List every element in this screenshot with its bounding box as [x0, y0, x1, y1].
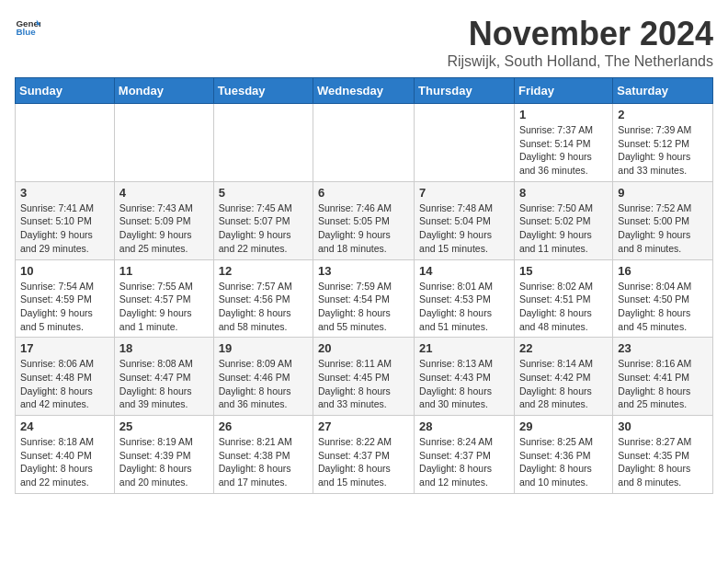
day-info: Sunrise: 8:04 AM Sunset: 4:50 PM Dayligh…: [618, 280, 708, 334]
location-title: Rijswijk, South Holland, The Netherlands: [447, 53, 713, 70]
day-info: Sunrise: 7:46 AM Sunset: 5:05 PM Dayligh…: [318, 201, 409, 256]
day-number: 8: [519, 186, 608, 200]
day-info: Sunrise: 8:21 AM Sunset: 4:38 PM Dayligh…: [219, 435, 308, 489]
calendar-day-cell: 27Sunrise: 8:22 AM Sunset: 4:37 PM Dayli…: [313, 416, 415, 494]
day-info: Sunrise: 7:41 AM Sunset: 5:10 PM Dayligh…: [20, 201, 109, 256]
calendar-day-cell: 19Sunrise: 8:09 AM Sunset: 4:46 PM Dayli…: [213, 338, 313, 416]
weekday-header-cell: Wednesday: [313, 78, 415, 104]
day-info: Sunrise: 8:11 AM Sunset: 4:45 PM Dayligh…: [318, 357, 409, 411]
day-info: Sunrise: 8:18 AM Sunset: 4:40 PM Dayligh…: [20, 435, 109, 489]
calendar-day-cell: 24Sunrise: 8:18 AM Sunset: 4:40 PM Dayli…: [16, 416, 115, 494]
weekday-header-cell: Thursday: [415, 78, 515, 104]
calendar-day-cell: 4Sunrise: 7:43 AM Sunset: 5:09 PM Daylig…: [114, 181, 213, 259]
day-number: 6: [318, 186, 409, 200]
calendar-day-cell: 21Sunrise: 8:13 AM Sunset: 4:43 PM Dayli…: [415, 338, 515, 416]
calendar-day-cell: 7Sunrise: 7:48 AM Sunset: 5:04 PM Daylig…: [415, 181, 515, 259]
day-number: 28: [419, 419, 509, 433]
calendar-day-cell: 12Sunrise: 7:57 AM Sunset: 4:56 PM Dayli…: [213, 259, 313, 338]
calendar-table: SundayMondayTuesdayWednesdayThursdayFrid…: [15, 77, 713, 494]
day-number: 15: [519, 264, 608, 278]
day-info: Sunrise: 7:57 AM Sunset: 4:56 PM Dayligh…: [219, 280, 308, 334]
calendar-day-cell: 11Sunrise: 7:55 AM Sunset: 4:57 PM Dayli…: [114, 259, 213, 338]
calendar-day-cell: 26Sunrise: 8:21 AM Sunset: 4:38 PM Dayli…: [213, 416, 313, 494]
calendar-day-cell: 16Sunrise: 8:04 AM Sunset: 4:50 PM Dayli…: [613, 259, 713, 338]
calendar-day-cell: 1Sunrise: 7:37 AM Sunset: 5:14 PM Daylig…: [514, 104, 612, 182]
day-info: Sunrise: 8:19 AM Sunset: 4:39 PM Dayligh…: [119, 435, 209, 489]
calendar-day-cell: [213, 104, 313, 182]
calendar-day-cell: 23Sunrise: 8:16 AM Sunset: 4:41 PM Dayli…: [613, 338, 713, 416]
calendar-day-cell: 29Sunrise: 8:25 AM Sunset: 4:36 PM Dayli…: [514, 416, 612, 494]
logo-icon: General Blue: [15, 15, 40, 40]
day-info: Sunrise: 8:09 AM Sunset: 4:46 PM Dayligh…: [219, 357, 308, 411]
day-number: 10: [20, 264, 109, 278]
day-number: 17: [20, 341, 109, 355]
calendar-day-cell: 6Sunrise: 7:46 AM Sunset: 5:05 PM Daylig…: [313, 181, 415, 259]
day-number: 21: [419, 341, 509, 355]
calendar-day-cell: 9Sunrise: 7:52 AM Sunset: 5:00 PM Daylig…: [613, 181, 713, 259]
calendar-day-cell: [16, 104, 115, 182]
day-info: Sunrise: 8:22 AM Sunset: 4:37 PM Dayligh…: [318, 435, 409, 489]
day-number: 19: [219, 341, 308, 355]
calendar-day-cell: [415, 104, 515, 182]
day-info: Sunrise: 8:16 AM Sunset: 4:41 PM Dayligh…: [618, 357, 708, 411]
calendar-day-cell: 20Sunrise: 8:11 AM Sunset: 4:45 PM Dayli…: [313, 338, 415, 416]
day-number: 20: [318, 341, 409, 355]
calendar-day-cell: 10Sunrise: 7:54 AM Sunset: 4:59 PM Dayli…: [16, 259, 115, 338]
day-info: Sunrise: 8:02 AM Sunset: 4:51 PM Dayligh…: [519, 280, 608, 334]
day-info: Sunrise: 7:50 AM Sunset: 5:02 PM Dayligh…: [519, 201, 608, 256]
day-info: Sunrise: 7:37 AM Sunset: 5:14 PM Dayligh…: [519, 123, 608, 178]
day-info: Sunrise: 7:48 AM Sunset: 5:04 PM Dayligh…: [419, 201, 509, 256]
calendar-day-cell: 3Sunrise: 7:41 AM Sunset: 5:10 PM Daylig…: [16, 181, 115, 259]
calendar-day-cell: 22Sunrise: 8:14 AM Sunset: 4:42 PM Dayli…: [514, 338, 612, 416]
svg-text:Blue: Blue: [16, 27, 36, 37]
calendar-day-cell: 2Sunrise: 7:39 AM Sunset: 5:12 PM Daylig…: [613, 104, 713, 182]
day-info: Sunrise: 7:54 AM Sunset: 4:59 PM Dayligh…: [20, 280, 109, 334]
day-info: Sunrise: 8:25 AM Sunset: 4:36 PM Dayligh…: [519, 435, 608, 489]
weekday-header-cell: Sunday: [16, 78, 115, 104]
day-number: 18: [119, 341, 209, 355]
calendar-day-cell: 18Sunrise: 8:08 AM Sunset: 4:47 PM Dayli…: [114, 338, 213, 416]
day-number: 1: [519, 108, 608, 121]
day-info: Sunrise: 8:14 AM Sunset: 4:42 PM Dayligh…: [519, 357, 608, 411]
calendar-week-row: 24Sunrise: 8:18 AM Sunset: 4:40 PM Dayli…: [16, 416, 713, 494]
calendar-day-cell: 13Sunrise: 7:59 AM Sunset: 4:54 PM Dayli…: [313, 259, 415, 338]
day-number: 4: [119, 186, 209, 200]
calendar-day-cell: 17Sunrise: 8:06 AM Sunset: 4:48 PM Dayli…: [16, 338, 115, 416]
header: General Blue November 2024 Rijswijk, Sou…: [15, 15, 713, 70]
calendar-day-cell: 25Sunrise: 8:19 AM Sunset: 4:39 PM Dayli…: [114, 416, 213, 494]
calendar-week-row: 10Sunrise: 7:54 AM Sunset: 4:59 PM Dayli…: [16, 259, 713, 338]
calendar-week-row: 1Sunrise: 7:37 AM Sunset: 5:14 PM Daylig…: [16, 104, 713, 182]
day-number: 24: [20, 419, 109, 433]
day-number: 27: [318, 419, 409, 433]
day-info: Sunrise: 8:08 AM Sunset: 4:47 PM Dayligh…: [119, 357, 209, 411]
day-info: Sunrise: 7:52 AM Sunset: 5:00 PM Dayligh…: [618, 201, 708, 256]
day-info: Sunrise: 7:39 AM Sunset: 5:12 PM Dayligh…: [618, 123, 708, 178]
day-info: Sunrise: 7:43 AM Sunset: 5:09 PM Dayligh…: [119, 201, 209, 256]
title-area: November 2024 Rijswijk, South Holland, T…: [447, 15, 713, 70]
day-number: 25: [119, 419, 209, 433]
day-info: Sunrise: 8:13 AM Sunset: 4:43 PM Dayligh…: [419, 357, 509, 411]
day-info: Sunrise: 8:24 AM Sunset: 4:37 PM Dayligh…: [419, 435, 509, 489]
calendar-week-row: 3Sunrise: 7:41 AM Sunset: 5:10 PM Daylig…: [16, 181, 713, 259]
month-title: November 2024: [447, 15, 713, 53]
calendar-week-row: 17Sunrise: 8:06 AM Sunset: 4:48 PM Dayli…: [16, 338, 713, 416]
day-number: 9: [618, 186, 708, 200]
weekday-header-cell: Monday: [114, 78, 213, 104]
day-number: 22: [519, 341, 608, 355]
day-number: 14: [419, 264, 509, 278]
day-info: Sunrise: 8:01 AM Sunset: 4:53 PM Dayligh…: [419, 280, 509, 334]
calendar-day-cell: 28Sunrise: 8:24 AM Sunset: 4:37 PM Dayli…: [415, 416, 515, 494]
calendar-day-cell: 8Sunrise: 7:50 AM Sunset: 5:02 PM Daylig…: [514, 181, 612, 259]
weekday-header-row: SundayMondayTuesdayWednesdayThursdayFrid…: [16, 78, 713, 104]
logo: General Blue: [15, 15, 40, 40]
day-number: 23: [618, 341, 708, 355]
day-number: 7: [419, 186, 509, 200]
day-number: 16: [618, 264, 708, 278]
calendar-body: 1Sunrise: 7:37 AM Sunset: 5:14 PM Daylig…: [16, 104, 713, 494]
calendar-day-cell: 15Sunrise: 8:02 AM Sunset: 4:51 PM Dayli…: [514, 259, 612, 338]
day-number: 3: [20, 186, 109, 200]
weekday-header-cell: Friday: [514, 78, 612, 104]
day-info: Sunrise: 7:59 AM Sunset: 4:54 PM Dayligh…: [318, 280, 409, 334]
day-number: 13: [318, 264, 409, 278]
day-number: 26: [219, 419, 308, 433]
